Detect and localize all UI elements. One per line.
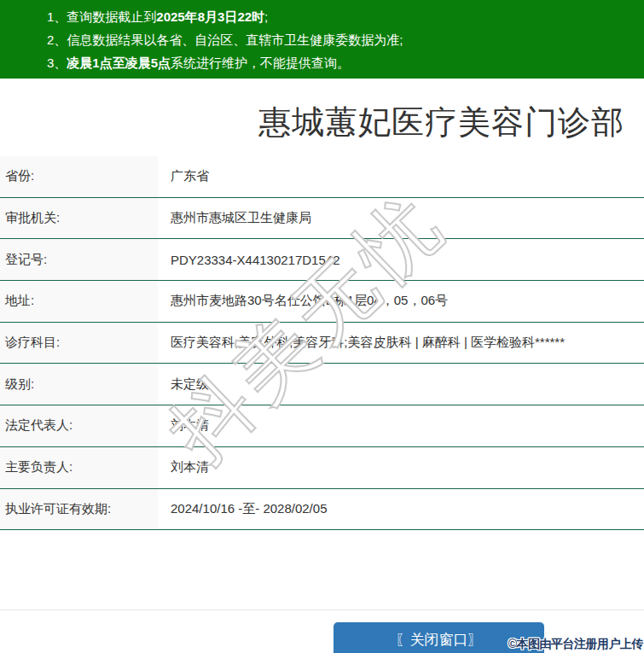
row-value: 刘本清 [158, 405, 644, 446]
row-value: 2024/10/16 -至- 2028/02/05 [158, 489, 644, 530]
table-row: 登记号:PDY23334-X44130217D1542 [0, 239, 644, 281]
query-result-page: 1、查询数据截止到2025年8月3日22时;2、信息数据结果以各省、自治区、直辖… [0, 0, 644, 653]
row-label: 省份: [0, 156, 158, 197]
table-row: 级别:未定级 [0, 364, 644, 405]
notice-segment: 1、查询数据截止到 [47, 9, 156, 24]
row-value: 惠州市惠城区卫生健康局 [158, 198, 644, 239]
notice-segment: ; [264, 9, 268, 24]
row-value: 医疗美容科;美容外科;美容牙科;美容皮肤科 | 麻醉科 | 医学检验科*****… [158, 323, 644, 364]
table-row: 地址:惠州市麦地路30号名仕公馆B栋1层04，05，06号 [0, 281, 644, 323]
notice-segment: 凌晨1点至凌晨5点 [67, 55, 171, 70]
upload-badge: ©本图由平台注册用户上传 [508, 637, 643, 652]
table-row: 主要负责人:刘本清 [0, 447, 644, 489]
notice-item: 1、查询数据截止到2025年8月3日22时; [47, 5, 644, 28]
row-label: 法定代表人: [0, 405, 158, 446]
row-value: 未定级 [158, 364, 644, 405]
row-value: 刘本清 [158, 447, 644, 488]
notice-item: 3、凌晨1点至凌晨5点系统进行维护，不能提供查询。 [47, 51, 644, 74]
notice-segment: 系统进行维护，不能提供查询。 [171, 55, 350, 70]
row-label: 地址: [0, 281, 158, 322]
row-label: 主要负责人: [0, 447, 158, 488]
row-value: 广东省 [158, 156, 644, 197]
notice-segment: 2、信息数据结果以各省、自治区、直辖市卫生健康委数据为准; [47, 32, 403, 47]
info-table: 省份:广东省审批机关:惠州市惠城区卫生健康局登记号:PDY23334-X4413… [0, 156, 644, 530]
notice-bar: 1、查询数据截止到2025年8月3日22时;2、信息数据结果以各省、自治区、直辖… [0, 0, 644, 79]
row-label: 执业许可证有效期: [0, 489, 158, 530]
notice-segment: 3、 [47, 55, 67, 70]
title-wrap: 惠城蕙妃医疗美容门诊部 [0, 101, 644, 144]
row-label: 诊疗科目: [0, 323, 158, 364]
notice-item: 2、信息数据结果以各省、自治区、直辖市卫生健康委数据为准; [47, 28, 644, 51]
row-value: PDY23334-X44130217D1542 [158, 239, 644, 280]
notice-list: 1、查询数据截止到2025年8月3日22时;2、信息数据结果以各省、自治区、直辖… [0, 0, 644, 74]
row-label: 登记号: [0, 239, 158, 280]
page-title: 惠城蕙妃医疗美容门诊部 [0, 101, 644, 144]
table-row: 法定代表人:刘本清 [0, 405, 644, 447]
row-value: 惠州市麦地路30号名仕公馆B栋1层04，05，06号 [158, 281, 644, 322]
row-label: 审批机关: [0, 198, 158, 239]
notice-segment: 2025年8月3日22时 [156, 9, 264, 24]
table-row: 诊疗科目:医疗美容科;美容外科;美容牙科;美容皮肤科 | 麻醉科 | 医学检验科… [0, 323, 644, 364]
footer-divider [0, 609, 644, 610]
table-row: 执业许可证有效期:2024/10/16 -至- 2028/02/05 [0, 489, 644, 531]
table-row: 审批机关:惠州市惠城区卫生健康局 [0, 198, 644, 240]
table-row: 省份:广东省 [0, 156, 644, 198]
row-label: 级别: [0, 364, 158, 405]
